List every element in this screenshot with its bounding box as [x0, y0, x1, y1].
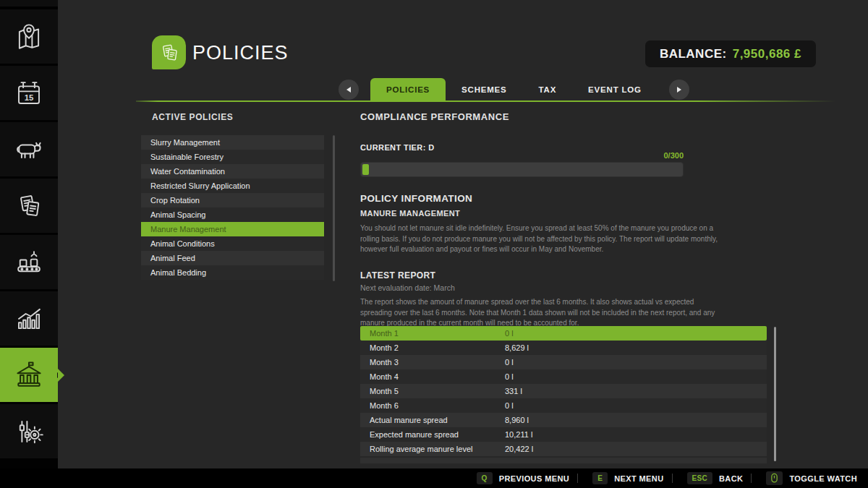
policy-item-label: Crop Rotation — [150, 196, 200, 205]
table-row[interactable]: Month 3 0 l — [360, 355, 767, 369]
tab-tax[interactable]: TAX — [523, 78, 573, 101]
settings-icon — [14, 416, 44, 447]
table-row[interactable]: Month 6 0 l — [360, 398, 767, 413]
policy-item-animal-spacing[interactable]: Animal Spacing — [141, 207, 324, 222]
tab-label: SCHEMES — [461, 85, 506, 94]
table-row-value: 20,422 l — [505, 445, 533, 453]
tab-underline — [136, 100, 857, 102]
compliance-score: 0/300 — [360, 151, 684, 160]
next-evaluation-date: Next evaluation date: March — [360, 283, 455, 292]
table-row[interactable]: Actual manure spread 8,960 l — [360, 413, 767, 427]
footer-hint[interactable]: ESC BACK — [664, 472, 744, 484]
page-title: POLICIES — [192, 42, 289, 64]
policy-list: Slurry ManagementSustainable ForestryWat… — [141, 135, 324, 280]
policy-item-animal-bedding[interactable]: Animal Bedding — [141, 265, 324, 280]
table-row[interactable]: Month 2 8,629 l — [360, 341, 767, 355]
table-row-value: 0 l — [505, 372, 514, 381]
policy-item-slurry-management[interactable]: Slurry Management — [141, 135, 324, 150]
table-row[interactable]: Month 1 0 l — [360, 326, 767, 341]
footer-hint[interactable]: E NEXT MENU — [569, 472, 663, 484]
production-icon — [14, 247, 44, 278]
table-row[interactable]: Rolling average manure level 20,422 l — [360, 442, 767, 456]
table-row-label: Month 6 — [370, 401, 399, 410]
table-row-label: Month 1 — [370, 329, 399, 338]
table-row[interactable]: Month 4 0 l — [360, 369, 767, 384]
table-row-clipped — [360, 458, 767, 463]
table-row-label: Month 5 — [370, 387, 399, 395]
sidebar-item-settings[interactable] — [0, 404, 58, 458]
policy-list-scrollbar[interactable] — [333, 135, 335, 281]
tab-label: TAX — [539, 85, 557, 94]
animals-icon — [13, 134, 45, 166]
sidebar-item-finances[interactable] — [0, 348, 58, 402]
key-badge: Q — [477, 472, 493, 484]
latest-report-heading: LATEST REPORT — [360, 270, 435, 281]
balance-label: BALANCE: — [660, 47, 727, 61]
sidebar-item-map[interactable] — [0, 9, 58, 64]
report-table-scrollbar[interactable] — [774, 327, 776, 461]
sidebar-item-contracts[interactable] — [0, 179, 58, 233]
footer-hint-label: PREVIOUS MENU — [499, 474, 570, 483]
table-row-label: Month 2 — [370, 343, 399, 352]
key-badge: ESC — [687, 472, 712, 484]
policy-item-sustainable-forestry[interactable]: Sustainable Forestry — [141, 150, 324, 164]
policy-item-label: Sustainable Forestry — [150, 153, 224, 161]
table-row-value: 0 l — [505, 329, 514, 338]
table-row[interactable]: Expected manure spread 10,211 l — [360, 427, 767, 442]
sidebar-item-production[interactable] — [0, 235, 58, 289]
policy-item-label: Restricted Slurry Application — [150, 181, 250, 190]
policy-item-label: Water Contamination — [150, 167, 225, 176]
sidebar-item-clipped — [0, 0, 58, 7]
policy-item-label: Animal Spacing — [150, 210, 205, 219]
active-policies-heading: ACTIVE POLICIES — [152, 112, 233, 122]
policy-item-label: Animal Feed — [150, 254, 195, 262]
policy-item-crop-rotation[interactable]: Crop Rotation — [141, 193, 324, 207]
table-row-label: Rolling average manure level — [370, 445, 472, 453]
mouse-icon — [766, 471, 783, 485]
table-row[interactable]: Month 5 331 l — [360, 384, 767, 398]
table-row-label: Month 3 — [370, 358, 399, 367]
table-row-label: Actual manure spread — [370, 416, 448, 424]
sidebar: 15 — [0, 0, 58, 488]
policy-item-label: Manure Management — [150, 225, 226, 234]
sidebar-item-calendar[interactable]: 15 — [0, 66, 58, 120]
policy-item-water-contamination[interactable]: Water Contamination — [141, 164, 324, 179]
policy-description: You should not let manure sit idle indef… — [360, 223, 726, 255]
compliance-progress-fill — [362, 164, 369, 175]
table-row-value: 0 l — [505, 358, 514, 367]
chevron-right-icon — [677, 87, 681, 93]
table-row-label: Expected manure spread — [370, 430, 459, 439]
policy-item-label: Animal Bedding — [150, 268, 206, 277]
selected-notch-icon — [57, 372, 61, 378]
footer-hint[interactable]: Q PREVIOUS MENU — [477, 472, 570, 484]
footer-hints: Q PREVIOUS MENU E NEXT MENU ESC BACK TOG… — [0, 468, 868, 488]
tab-strip: POLICIESSCHEMESTAXEVENT LOG — [370, 78, 658, 101]
policy-item-animal-feed[interactable]: Animal Feed — [141, 251, 324, 265]
tab-policies[interactable]: POLICIES — [370, 78, 446, 101]
tab-schemes[interactable]: SCHEMES — [446, 78, 522, 101]
footer-hint-label: NEXT MENU — [614, 474, 663, 483]
table-row-value: 10,211 l — [505, 430, 532, 439]
table-row-value: 8,960 l — [505, 416, 529, 424]
sidebar-item-animals[interactable] — [0, 122, 58, 176]
report-table: Month 1 0 l Month 2 8,629 l Month 3 0 l … — [360, 326, 767, 456]
svg-text:15: 15 — [25, 93, 34, 101]
policy-item-restricted-slurry-application[interactable]: Restricted Slurry Application — [141, 179, 324, 193]
chevron-left-icon — [346, 87, 351, 93]
key-badge: E — [592, 472, 608, 484]
policy-name-heading: MANURE MANAGEMENT — [360, 209, 460, 218]
table-row-value: 331 l — [505, 387, 522, 395]
policy-item-animal-conditions[interactable]: Animal Conditions — [141, 236, 324, 251]
policy-item-label: Slurry Management — [150, 138, 220, 147]
footer-hint[interactable]: TOGGLE WATCH — [743, 471, 857, 485]
tab-event-log[interactable]: EVENT LOG — [572, 78, 658, 101]
tab-next-button[interactable] — [669, 80, 689, 100]
tab-prev-button[interactable] — [339, 80, 359, 100]
policy-item-manure-management[interactable]: Manure Management — [141, 222, 324, 236]
policy-info-heading: POLICY INFORMATION — [360, 193, 472, 204]
calendar-icon: 15 — [14, 78, 44, 108]
sidebar-item-statistics[interactable] — [0, 291, 58, 346]
documents-icon — [158, 41, 181, 64]
compliance-heading: COMPLIANCE PERFORMANCE — [360, 111, 509, 122]
balance-value: 7,950,686 £ — [733, 47, 801, 61]
